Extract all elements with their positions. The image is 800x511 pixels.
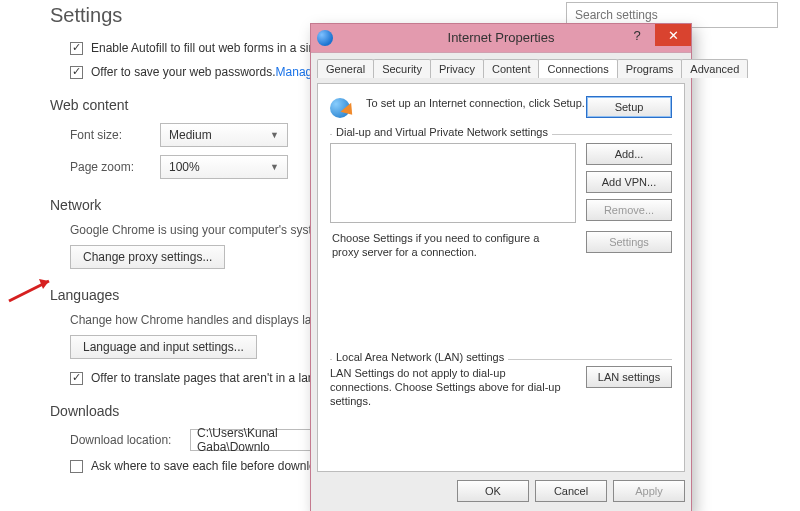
font-size-value: Medium xyxy=(169,128,212,142)
tab-security[interactable]: Security xyxy=(373,59,431,78)
font-size-label: Font size: xyxy=(70,128,160,142)
chevron-down-icon: ▼ xyxy=(270,162,279,172)
setup-text: To set up an Internet connection, click … xyxy=(366,96,586,110)
tab-connections[interactable]: Connections xyxy=(538,59,617,78)
close-button[interactable]: ✕ xyxy=(655,24,691,46)
ok-button[interactable]: OK xyxy=(457,480,529,502)
offer-translate-checkbox[interactable] xyxy=(70,372,83,385)
font-size-select[interactable]: Medium ▼ xyxy=(160,123,288,147)
autofill-label: Enable Autofill to fill out web forms in… xyxy=(91,41,324,55)
dialog-titlebar[interactable]: Internet Properties ? ✕ xyxy=(311,24,691,52)
tab-content[interactable]: Content xyxy=(483,59,540,78)
internet-options-icon xyxy=(317,30,333,46)
add-vpn-button[interactable]: Add VPN... xyxy=(586,171,672,193)
dialup-listbox[interactable] xyxy=(330,143,576,223)
autofill-checkbox[interactable] xyxy=(70,42,83,55)
download-location-label: Download location: xyxy=(70,433,190,447)
cancel-button[interactable]: Cancel xyxy=(535,480,607,502)
tab-programs[interactable]: Programs xyxy=(617,59,683,78)
dialog-footer: OK Cancel Apply xyxy=(317,476,685,506)
page-zoom-label: Page zoom: xyxy=(70,160,160,174)
save-passwords-label: Offer to save your web passwords. xyxy=(91,65,276,79)
tab-body-connections: To set up an Internet connection, click … xyxy=(317,83,685,472)
add-button[interactable]: Add... xyxy=(586,143,672,165)
chevron-down-icon: ▼ xyxy=(270,130,279,140)
dialup-legend: Dial-up and Virtual Private Network sett… xyxy=(332,126,552,138)
page-zoom-select[interactable]: 100% ▼ xyxy=(160,155,288,179)
tab-privacy[interactable]: Privacy xyxy=(430,59,484,78)
annotation-arrow-icon xyxy=(5,275,55,305)
help-button[interactable]: ? xyxy=(619,24,655,46)
internet-properties-dialog: Internet Properties ? ✕ General Security… xyxy=(310,23,692,511)
apply-button: Apply xyxy=(613,480,685,502)
tab-general[interactable]: General xyxy=(317,59,374,78)
language-settings-button[interactable]: Language and input settings... xyxy=(70,335,257,359)
change-proxy-button[interactable]: Change proxy settings... xyxy=(70,245,225,269)
lan-settings-button[interactable]: LAN settings xyxy=(586,366,672,388)
dialup-settings-button: Settings xyxy=(586,231,672,253)
offer-translate-label: Offer to translate pages that aren't in … xyxy=(91,371,328,385)
remove-button: Remove... xyxy=(586,199,672,221)
setup-button[interactable]: Setup xyxy=(586,96,672,118)
save-passwords-checkbox[interactable] xyxy=(70,66,83,79)
dialup-note: Choose Settings if you need to configure… xyxy=(332,231,552,259)
globe-icon xyxy=(330,96,358,120)
page-zoom-value: 100% xyxy=(169,160,200,174)
ask-save-label: Ask where to save each file before downl… xyxy=(91,459,332,473)
tab-advanced[interactable]: Advanced xyxy=(681,59,748,78)
lan-legend: Local Area Network (LAN) settings xyxy=(332,351,508,363)
ask-save-checkbox[interactable] xyxy=(70,460,83,473)
lan-text: LAN Settings do not apply to dial-up con… xyxy=(330,366,570,408)
tabstrip: General Security Privacy Content Connect… xyxy=(311,53,691,78)
